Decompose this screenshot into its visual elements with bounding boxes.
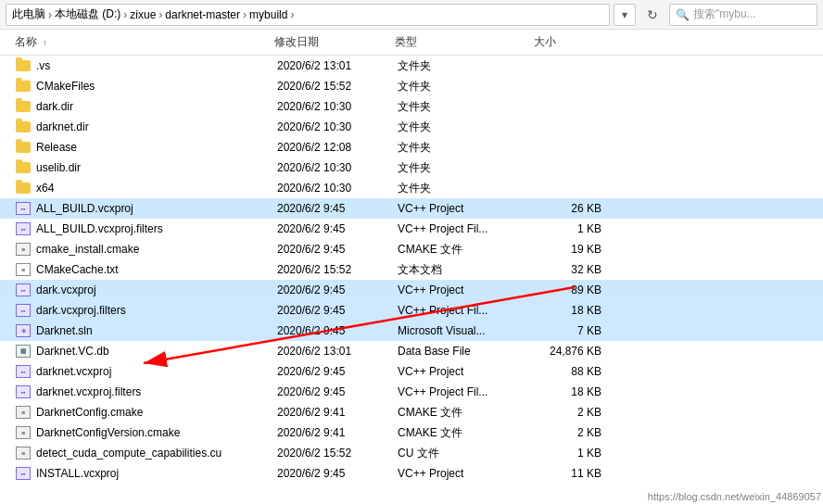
breadcrumb-darknet[interactable]: darknet-master [165,8,240,21]
search-placeholder: 搜索"mybu... [693,6,756,22]
file-date: 2020/6/2 9:41 [277,406,398,419]
list-item[interactable]: ▦Darknet.VC.db2020/6/2 13:01Data Base Fi… [0,341,823,361]
folder-icon [16,81,31,92]
file-name: dark.dir [36,100,277,113]
file-size: 2 KB [537,426,611,439]
col-header-type[interactable]: 类型 [395,34,534,50]
cmake-icon: ≡ [16,447,31,460]
file-name: darknet.vcxproj [36,365,277,378]
list-item[interactable]: .vs2020/6/2 13:01文件夹 [0,56,823,76]
txt-icon: ≡ [16,263,31,276]
refresh-button[interactable]: ↻ [639,4,665,26]
file-type: 文本文档 [398,262,537,278]
search-box[interactable]: 🔍 搜索"mybu... [669,4,817,26]
file-date: 2020/6/2 10:30 [277,161,398,174]
vcxproj-icon: ▪▪ [16,385,31,398]
folder-icon [16,183,31,194]
list-item[interactable]: ▪▪INSTALL.vcxproj2020/6/2 9:45VC++ Proje… [0,463,823,484]
file-type: VC++ Project Fil... [398,222,537,235]
file-size: 7 KB [537,324,611,337]
file-type: VC++ Project [398,365,537,378]
vcxproj-icon: ▪▪ [16,304,31,317]
file-type: CMAKE 文件 [398,405,537,421]
folder-icon [16,101,31,112]
file-type: 文件夹 [398,79,537,94]
list-item[interactable]: CMakeFiles2020/6/2 15:52文件夹 [0,76,823,96]
db-icon: ▦ [16,345,31,358]
col-header-date[interactable]: 修改日期 [274,34,395,50]
file-size: 1 KB [537,222,611,235]
breadcrumb-disk[interactable]: 本地磁盘 (D:) [55,6,120,22]
file-type: CMAKE 文件 [398,425,537,441]
file-date: 2020/6/2 9:45 [277,385,398,398]
file-date: 2020/6/2 9:45 [277,202,398,215]
file-size: 24,876 KB [537,345,611,358]
vcxproj-icon: ▪▪ [16,222,31,235]
file-name: Darknet.VC.db [36,345,277,358]
file-date: 2020/6/2 9:45 [277,304,398,317]
list-item[interactable]: ▪▪dark.vcxproj2020/6/2 9:45VC++ Project8… [0,280,823,300]
file-size: 26 KB [537,202,611,215]
file-date: 2020/6/2 15:52 [277,447,398,460]
list-item[interactable]: ◈Darknet.sln2020/6/2 9:45Microsoft Visua… [0,321,823,341]
folder-icon [16,60,31,71]
col-header-size[interactable]: 大小 [534,34,608,50]
file-name: INSTALL.vcxproj [36,467,277,480]
list-item[interactable]: Release2020/6/2 12:08文件夹 [0,137,823,158]
cmake-icon: ≡ [16,426,31,439]
file-type: VC++ Project Fil... [398,385,537,398]
file-size: 2 KB [537,406,611,419]
file-type: VC++ Project [398,284,537,296]
sort-arrow-name: ↑ [43,38,47,47]
file-size: 32 KB [537,263,611,276]
list-item[interactable]: ▪▪ALL_BUILD.vcxproj.filters2020/6/2 9:45… [0,219,823,239]
file-name: DarknetConfig.cmake [36,406,277,419]
list-item[interactable]: ▪▪darknet.vcxproj.filters2020/6/2 9:45VC… [0,382,823,402]
file-name: detect_cuda_compute_capabilities.cu [36,447,277,460]
list-item[interactable]: ≡DarknetConfigVersion.cmake2020/6/2 9:41… [0,422,823,443]
file-date: 2020/6/2 9:45 [277,243,398,256]
list-item[interactable]: x642020/6/2 10:30文件夹 [0,178,823,198]
file-name: .vs [36,59,277,72]
file-name: darknet.dir [36,120,277,133]
address-bar: 此电脑 › 本地磁盘 (D:) › zixue › darknet-master… [0,0,823,30]
breadcrumb-mybuild[interactable]: mybuild [249,8,287,21]
file-type: 文件夹 [398,181,537,196]
file-type: VC++ Project Fil... [398,304,537,317]
file-name: CMakeFiles [36,80,277,93]
file-name: Release [36,141,277,154]
breadcrumb-path[interactable]: 此电脑 › 本地磁盘 (D:) › zixue › darknet-master… [6,4,610,26]
list-item[interactable]: darknet.dir2020/6/2 10:30文件夹 [0,117,823,137]
sln-icon: ◈ [16,324,31,337]
file-date: 2020/6/2 9:45 [277,324,398,337]
file-name: ALL_BUILD.vcxproj.filters [36,222,277,235]
file-name: dark.vcxproj.filters [36,304,277,317]
vcxproj-icon: ▪▪ [16,202,31,215]
breadcrumb-zixue[interactable]: zixue [130,8,156,21]
file-date: 2020/6/2 13:01 [277,345,398,358]
list-item[interactable]: ≡cmake_install.cmake2020/6/2 9:45CMAKE 文… [0,239,823,259]
list-item[interactable]: ≡detect_cuda_compute_capabilities.cu2020… [0,443,823,463]
file-name: ALL_BUILD.vcxproj [36,202,277,215]
cmake-icon: ≡ [16,406,31,419]
file-date: 2020/6/2 15:52 [277,263,398,276]
list-item[interactable]: ▪▪dark.vcxproj.filters2020/6/2 9:45VC++ … [0,300,823,321]
breadcrumb-dropdown[interactable]: ▾ [614,4,636,26]
file-date: 2020/6/2 15:52 [277,80,398,93]
list-item[interactable]: uselib.dir2020/6/2 10:30文件夹 [0,158,823,178]
folder-icon [16,121,31,132]
breadcrumb-pc[interactable]: 此电脑 [12,6,45,22]
file-name: cmake_install.cmake [36,243,277,256]
list-item[interactable]: ≡CMakeCache.txt2020/6/2 15:52文本文档32 KB [0,259,823,280]
file-date: 2020/6/2 9:45 [277,365,398,378]
col-header-name[interactable]: 名称 ↑ [15,34,274,50]
file-type: VC++ Project [398,202,537,215]
list-item[interactable]: dark.dir2020/6/2 10:30文件夹 [0,96,823,117]
list-item[interactable]: ≡DarknetConfig.cmake2020/6/2 9:41CMAKE 文… [0,402,823,422]
file-size: 89 KB [537,284,611,296]
file-date: 2020/6/2 9:45 [277,222,398,235]
file-date: 2020/6/2 10:30 [277,100,398,113]
list-item[interactable]: ▪▪darknet.vcxproj2020/6/2 9:45VC++ Proje… [0,361,823,382]
list-item[interactable]: ▪▪ALL_BUILD.vcxproj2020/6/2 9:45VC++ Pro… [0,198,823,219]
vcxproj-icon: ▪▪ [16,365,31,378]
